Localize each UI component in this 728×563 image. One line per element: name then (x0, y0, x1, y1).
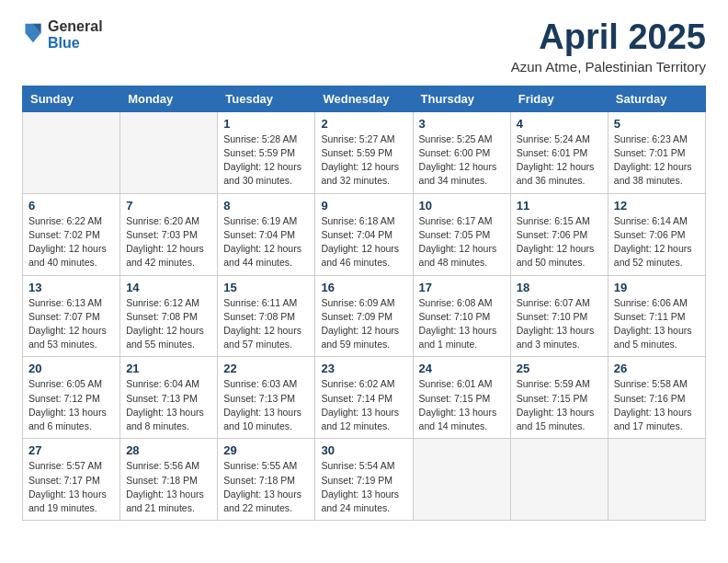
weekday-header-thursday: Thursday (413, 86, 510, 111)
logo-icon (22, 20, 44, 46)
day-cell-15: 15Sunrise: 6:11 AM Sunset: 7:08 PM Dayli… (218, 275, 315, 357)
day-info: Sunrise: 6:23 AM Sunset: 7:01 PM Dayligh… (614, 132, 700, 189)
day-cell-7: 7Sunrise: 6:20 AM Sunset: 7:03 PM Daylig… (120, 193, 218, 275)
day-info: Sunrise: 5:27 AM Sunset: 5:59 PM Dayligh… (321, 132, 406, 189)
day-info: Sunrise: 6:12 AM Sunset: 7:08 PM Dayligh… (126, 296, 211, 352)
day-info: Sunrise: 5:55 AM Sunset: 7:18 PM Dayligh… (223, 459, 309, 515)
day-number: 30 (321, 443, 406, 457)
day-number: 13 (28, 281, 114, 294)
day-number: 23 (321, 362, 406, 375)
empty-cell (413, 439, 510, 521)
day-info: Sunrise: 6:20 AM Sunset: 7:03 PM Dayligh… (126, 214, 211, 270)
day-number: 4 (517, 117, 602, 131)
day-number: 3 (419, 117, 505, 131)
day-cell-29: 29Sunrise: 5:55 AM Sunset: 7:18 PM Dayli… (218, 439, 315, 521)
day-number: 20 (28, 362, 114, 375)
day-info: Sunrise: 5:59 AM Sunset: 7:15 PM Dayligh… (517, 377, 602, 433)
day-cell-3: 3Sunrise: 5:25 AM Sunset: 6:00 PM Daylig… (413, 111, 510, 193)
day-number: 9 (321, 199, 406, 213)
weekday-header-sunday: Sunday (23, 86, 120, 111)
day-number: 29 (223, 443, 309, 457)
day-info: Sunrise: 6:19 AM Sunset: 7:04 PM Dayligh… (223, 214, 309, 270)
day-number: 11 (517, 199, 602, 213)
day-number: 12 (614, 199, 700, 213)
day-info: Sunrise: 5:54 AM Sunset: 7:19 PM Dayligh… (321, 459, 406, 515)
calendar-table: SundayMondayTuesdayWednesdayThursdayFrid… (22, 86, 706, 521)
day-cell-21: 21Sunrise: 6:04 AM Sunset: 7:13 PM Dayli… (120, 357, 218, 439)
day-info: Sunrise: 6:15 AM Sunset: 7:06 PM Dayligh… (517, 214, 602, 270)
day-number: 17 (419, 281, 505, 294)
day-cell-24: 24Sunrise: 6:01 AM Sunset: 7:15 PM Dayli… (413, 357, 510, 439)
day-cell-27: 27Sunrise: 5:57 AM Sunset: 7:17 PM Dayli… (23, 439, 120, 521)
day-cell-10: 10Sunrise: 6:17 AM Sunset: 7:05 PM Dayli… (413, 193, 510, 275)
day-info: Sunrise: 6:02 AM Sunset: 7:14 PM Dayligh… (321, 377, 406, 433)
empty-cell (510, 439, 608, 521)
day-cell-4: 4Sunrise: 5:24 AM Sunset: 6:01 PM Daylig… (510, 111, 608, 193)
day-number: 6 (28, 199, 114, 213)
title-area: April 2025 Azun Atme, Palestinian Territ… (511, 18, 706, 75)
day-number: 5 (614, 117, 700, 131)
calendar-header: SundayMondayTuesdayWednesdayThursdayFrid… (23, 86, 706, 111)
day-cell-5: 5Sunrise: 6:23 AM Sunset: 7:01 PM Daylig… (608, 111, 705, 193)
day-number: 8 (223, 199, 309, 213)
weekday-header-row: SundayMondayTuesdayWednesdayThursdayFrid… (23, 86, 706, 111)
day-number: 1 (223, 117, 309, 131)
day-number: 18 (517, 281, 602, 294)
day-number: 28 (126, 443, 211, 457)
day-number: 26 (614, 362, 700, 375)
day-number: 15 (223, 281, 309, 294)
day-cell-16: 16Sunrise: 6:09 AM Sunset: 7:09 PM Dayli… (315, 275, 413, 357)
day-cell-30: 30Sunrise: 5:54 AM Sunset: 7:19 PM Dayli… (315, 439, 413, 521)
day-number: 21 (126, 362, 211, 375)
weekday-header-saturday: Saturday (608, 86, 705, 111)
day-cell-11: 11Sunrise: 6:15 AM Sunset: 7:06 PM Dayli… (510, 193, 608, 275)
day-number: 2 (321, 117, 406, 131)
weekday-header-monday: Monday (120, 86, 218, 111)
day-number: 14 (126, 281, 211, 294)
week-row-4: 20Sunrise: 6:05 AM Sunset: 7:12 PM Dayli… (23, 357, 706, 439)
day-cell-6: 6Sunrise: 6:22 AM Sunset: 7:02 PM Daylig… (23, 193, 120, 275)
day-info: Sunrise: 6:07 AM Sunset: 7:10 PM Dayligh… (517, 296, 602, 352)
week-row-1: 1Sunrise: 5:28 AM Sunset: 5:59 PM Daylig… (23, 111, 706, 193)
day-cell-12: 12Sunrise: 6:14 AM Sunset: 7:06 PM Dayli… (608, 193, 705, 275)
day-info: Sunrise: 6:11 AM Sunset: 7:08 PM Dayligh… (223, 296, 309, 352)
day-cell-28: 28Sunrise: 5:56 AM Sunset: 7:18 PM Dayli… (120, 439, 218, 521)
day-cell-25: 25Sunrise: 5:59 AM Sunset: 7:15 PM Dayli… (510, 357, 608, 439)
calendar-body: 1Sunrise: 5:28 AM Sunset: 5:59 PM Daylig… (23, 111, 706, 520)
day-number: 27 (28, 443, 114, 457)
day-number: 16 (321, 281, 406, 294)
day-cell-18: 18Sunrise: 6:07 AM Sunset: 7:10 PM Dayli… (510, 275, 608, 357)
weekday-header-friday: Friday (510, 86, 608, 111)
location-title: Azun Atme, Palestinian Territory (511, 59, 706, 75)
day-info: Sunrise: 6:08 AM Sunset: 7:10 PM Dayligh… (419, 296, 505, 352)
week-row-5: 27Sunrise: 5:57 AM Sunset: 7:17 PM Dayli… (23, 439, 706, 521)
day-info: Sunrise: 6:04 AM Sunset: 7:13 PM Dayligh… (126, 377, 211, 433)
logo-text: General Blue (48, 18, 103, 51)
logo-blue-label: Blue (48, 35, 103, 52)
weekday-header-wednesday: Wednesday (315, 86, 413, 111)
day-number: 22 (223, 362, 309, 375)
day-info: Sunrise: 6:17 AM Sunset: 7:05 PM Dayligh… (419, 214, 505, 270)
day-info: Sunrise: 6:22 AM Sunset: 7:02 PM Dayligh… (28, 214, 114, 270)
day-cell-26: 26Sunrise: 5:58 AM Sunset: 7:16 PM Dayli… (608, 357, 705, 439)
day-cell-20: 20Sunrise: 6:05 AM Sunset: 7:12 PM Dayli… (23, 357, 120, 439)
day-info: Sunrise: 6:05 AM Sunset: 7:12 PM Dayligh… (28, 377, 114, 433)
day-info: Sunrise: 5:56 AM Sunset: 7:18 PM Dayligh… (126, 459, 211, 515)
logo: General Blue (22, 18, 103, 51)
day-info: Sunrise: 6:14 AM Sunset: 7:06 PM Dayligh… (614, 214, 700, 270)
day-cell-9: 9Sunrise: 6:18 AM Sunset: 7:04 PM Daylig… (315, 193, 413, 275)
day-cell-8: 8Sunrise: 6:19 AM Sunset: 7:04 PM Daylig… (218, 193, 315, 275)
empty-cell (120, 111, 218, 193)
page-header: General Blue April 2025 Azun Atme, Pales… (22, 18, 706, 75)
day-number: 7 (126, 199, 211, 213)
day-cell-22: 22Sunrise: 6:03 AM Sunset: 7:13 PM Dayli… (218, 357, 315, 439)
day-number: 19 (614, 281, 700, 294)
logo-general-label: General (48, 18, 103, 35)
day-info: Sunrise: 6:18 AM Sunset: 7:04 PM Dayligh… (321, 214, 406, 270)
day-info: Sunrise: 6:13 AM Sunset: 7:07 PM Dayligh… (28, 296, 114, 352)
day-number: 25 (517, 362, 602, 375)
day-cell-2: 2Sunrise: 5:27 AM Sunset: 5:59 PM Daylig… (315, 111, 413, 193)
day-cell-19: 19Sunrise: 6:06 AM Sunset: 7:11 PM Dayli… (608, 275, 705, 357)
day-cell-14: 14Sunrise: 6:12 AM Sunset: 7:08 PM Dayli… (120, 275, 218, 357)
day-info: Sunrise: 5:58 AM Sunset: 7:16 PM Dayligh… (614, 377, 700, 433)
